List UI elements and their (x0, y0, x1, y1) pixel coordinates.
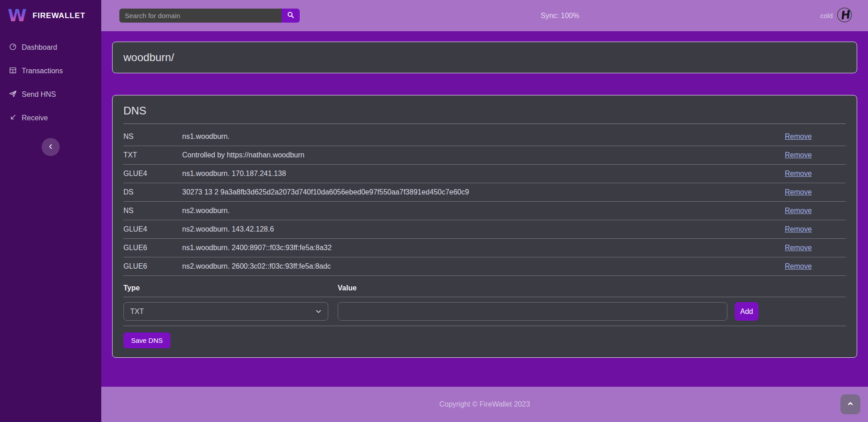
dashboard-icon (9, 43, 17, 52)
domain-search (119, 9, 300, 23)
type-column-header: Type (123, 284, 338, 292)
main-column: Sync: 100% cold H woodburn/ DN (101, 0, 868, 422)
brand-name: FIREWALLET (33, 11, 85, 20)
record-value: ns1.woodburn. 170.187.241.138 (182, 170, 785, 178)
dns-card: DNS NS ns1.woodburn. Remove TXT Controll… (112, 95, 857, 358)
search-button[interactable] (282, 9, 300, 23)
sidebar-collapse-button[interactable] (42, 138, 60, 156)
search-input[interactable] (119, 9, 282, 23)
sidebar-item-label: Transactions (22, 67, 63, 75)
sidebar-item-send-hns[interactable]: Send HNS (0, 83, 101, 106)
chevron-left-icon (47, 143, 54, 151)
dns-record-row: GLUE4 ns1.woodburn. 170.187.241.138 Remo… (123, 165, 846, 183)
record-value: ns2.woodburn. 143.42.128.6 (182, 225, 785, 233)
copyright-text: Copyright © FireWallet 2023 (439, 400, 530, 408)
sidebar-menu: Dashboard Transactions Send HNS (0, 31, 101, 130)
record-value: ns1.woodburn. (182, 133, 785, 141)
receive-icon (9, 114, 17, 123)
scroll-to-top-button[interactable] (840, 394, 860, 414)
record-value: ns2.woodburn. (182, 207, 785, 215)
sidebar: W FIREWALLET Dashboard (0, 0, 101, 422)
record-type: GLUE4 (123, 225, 182, 233)
chevron-up-icon (847, 400, 854, 409)
remove-record-link[interactable]: Remove (785, 262, 846, 270)
wallet-indicator: cold H (820, 7, 852, 24)
sidebar-item-transactions[interactable]: Transactions (0, 59, 101, 83)
record-type: NS (123, 133, 182, 141)
record-type: NS (123, 207, 182, 215)
page-title: woodburn/ (123, 51, 846, 64)
sidebar-item-label: Send HNS (22, 90, 56, 99)
record-type-select[interactable]: TXT (123, 302, 328, 321)
dns-record-row: TXT Controlled by https://nathan.woodbur… (123, 146, 846, 165)
sidebar-item-label: Dashboard (22, 43, 57, 52)
sidebar-item-receive[interactable]: Receive (0, 106, 101, 130)
remove-record-link[interactable]: Remove (785, 151, 846, 159)
dns-records-table: NS ns1.woodburn. Remove TXT Controlled b… (123, 128, 846, 276)
add-record-form: TXT Add (123, 297, 846, 326)
dns-record-row: GLUE6 ns2.woodburn. 2600:3c02::f03c:93ff… (123, 257, 846, 276)
content-area: woodburn/ DNS NS ns1.woodburn. Remove TX… (101, 31, 868, 387)
remove-record-link[interactable]: Remove (785, 188, 846, 196)
send-icon (9, 90, 17, 100)
firewallet-w-logo-icon: W (7, 5, 27, 27)
search-icon (287, 11, 294, 20)
record-type: GLUE4 (123, 170, 182, 178)
handshake-icon[interactable]: H (837, 7, 852, 24)
brand[interactable]: W FIREWALLET (0, 0, 101, 31)
record-type: GLUE6 (123, 244, 182, 252)
remove-record-link[interactable]: Remove (785, 244, 846, 252)
value-column-header: Value (338, 284, 846, 292)
dns-record-row: DS 30273 13 2 9a3a8fb3d625d2a2073d740f10… (123, 183, 846, 202)
page-footer: Copyright © FireWallet 2023 (101, 387, 868, 422)
remove-record-link[interactable]: Remove (785, 207, 846, 215)
add-record-button[interactable]: Add (735, 302, 759, 321)
wallet-name: cold (820, 12, 833, 19)
record-type: GLUE6 (123, 262, 182, 270)
record-type: TXT (123, 151, 182, 159)
sync-status: Sync: 100% (541, 12, 579, 20)
dns-record-row: NS ns2.woodburn. Remove (123, 202, 846, 220)
top-navbar: Sync: 100% cold H (101, 0, 868, 31)
record-value: Controlled by https://nathan.woodburn (182, 151, 785, 159)
dns-record-row: NS ns1.woodburn. Remove (123, 128, 846, 146)
dns-card-title: DNS (123, 104, 846, 124)
sidebar-item-label: Receive (22, 114, 48, 122)
remove-record-link[interactable]: Remove (785, 225, 846, 233)
dns-record-row: GLUE6 ns1.woodburn. 2400:8907::f03c:93ff… (123, 239, 846, 257)
sidebar-item-dashboard[interactable]: Dashboard (0, 36, 101, 59)
record-value: ns2.woodburn. 2600:3c02::f03c:93ff:fe5a:… (182, 262, 785, 270)
transactions-icon (9, 66, 17, 76)
domain-card: woodburn/ (112, 42, 857, 73)
record-value: ns1.woodburn. 2400:8907::f03c:93ff:fe5a:… (182, 244, 785, 252)
app-window: W FIREWALLET Dashboard (0, 0, 868, 422)
save-dns-button[interactable]: Save DNS (123, 332, 170, 348)
record-type: DS (123, 188, 182, 196)
record-value: 30273 13 2 9a3a8fb3d625d2a2073d740f10da6… (182, 188, 785, 196)
remove-record-link[interactable]: Remove (785, 170, 846, 178)
remove-record-link[interactable]: Remove (785, 133, 846, 141)
record-value-input[interactable] (338, 302, 727, 321)
add-record-header: Type Value (123, 276, 846, 297)
dns-record-row: GLUE4 ns2.woodburn. 143.42.128.6 Remove (123, 220, 846, 239)
svg-text:W: W (8, 5, 27, 25)
